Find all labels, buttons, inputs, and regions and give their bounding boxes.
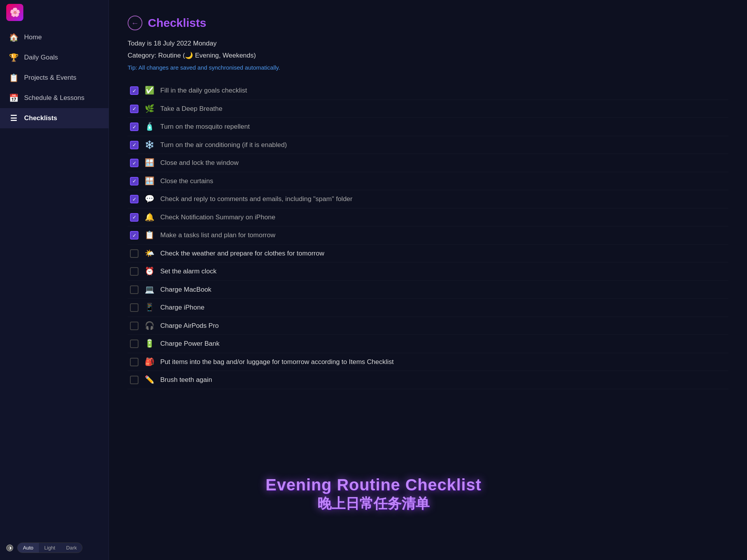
item-emoji-11: ⏰ [144, 266, 155, 276]
item-emoji-9: 📋 [144, 230, 155, 240]
checklist-item-8[interactable]: ✓ 🔔 Check Notification Summary on iPhone [128, 208, 728, 227]
item-text-14: Charge AirPods Pro [160, 321, 219, 331]
avatar: 🌸 [6, 4, 23, 21]
sidebar-item-projects[interactable]: 📋 Projects & Events [0, 68, 109, 88]
item-emoji-7: 💬 [144, 194, 155, 203]
sidebar-nav: 🏠 Home 🏆 Daily Goals 📋 Projects & Events… [0, 23, 109, 536]
back-button[interactable]: ← [128, 16, 142, 30]
checklist-item-12[interactable]: 💻 Charge MacBook [128, 281, 728, 299]
item-text-9: Make a tasks list and plan for tomorrow [160, 230, 275, 240]
checklist-item-7[interactable]: ✓ 💬 Check and reply to comments and emai… [128, 190, 728, 208]
checkbox-11[interactable] [130, 267, 139, 276]
checkbox-7[interactable]: ✓ [130, 195, 139, 203]
checkbox-16[interactable] [130, 358, 139, 366]
checkbox-3[interactable]: ✓ [130, 122, 139, 131]
checklist-item-4[interactable]: ✓ ❄️ Turn on the air conditioning (if it… [128, 136, 728, 154]
checkbox-9[interactable]: ✓ [130, 231, 139, 240]
checkbox-17[interactable] [130, 376, 139, 384]
item-text-5: Close and lock the window [160, 158, 238, 168]
sidebar-item-checklists[interactable]: ☰ Checklists [0, 108, 109, 128]
checkbox-2[interactable]: ✓ [130, 105, 139, 113]
item-emoji-12: 💻 [144, 285, 155, 294]
checklist-item-16[interactable]: 🎒 Put items into the bag and/or luggage … [128, 353, 728, 371]
schedule-nav-icon: 📅 [9, 93, 19, 103]
item-text-16: Put items into the bag and/or luggage fo… [160, 357, 394, 367]
checklist-item-15[interactable]: 🔋 Charge Power Bank [128, 335, 728, 353]
item-emoji-8: 🔔 [144, 212, 155, 222]
sidebar-item-label: Daily Goals [24, 54, 58, 61]
projects-nav-icon: 📋 [9, 73, 19, 82]
checkbox-1[interactable]: ✓ [130, 86, 139, 95]
page-header: ← Checklists [128, 16, 728, 30]
page-title: Checklists [148, 16, 206, 30]
checklist-item-14[interactable]: 🎧 Charge AirPods Pro [128, 317, 728, 335]
item-text-10: Check the weather and prepare for clothe… [160, 248, 324, 259]
item-emoji-13: 📱 [144, 303, 155, 312]
checklists-nav-icon: ☰ [9, 114, 19, 123]
checklist-item-9[interactable]: ✓ 📋 Make a tasks list and plan for tomor… [128, 226, 728, 245]
sidebar-item-label: Projects & Events [24, 74, 76, 82]
theme-toggle-icon[interactable]: ◑ [6, 544, 13, 551]
theme-option-light[interactable]: Light [39, 543, 61, 553]
item-emoji-14: 🎧 [144, 321, 155, 330]
item-emoji-3: 🧴 [144, 122, 155, 131]
sidebar-item-home[interactable]: 🏠 Home [0, 27, 109, 47]
theme-option-auto[interactable]: Auto [18, 543, 39, 553]
item-text-17: Brush teeth again [160, 375, 212, 385]
checklist-item-17[interactable]: ✏️ Brush teeth again [128, 371, 728, 389]
sidebar-item-label: Checklists [24, 114, 57, 122]
checkbox-8[interactable]: ✓ [130, 213, 139, 222]
checklist-item-3[interactable]: ✓ 🧴 Turn on the mosquito repellent [128, 118, 728, 136]
item-text-11: Set the alarm clock [160, 266, 217, 276]
checkbox-10[interactable] [130, 249, 139, 258]
sidebar-item-schedule[interactable]: 📅 Schedule & Lessons [0, 88, 109, 108]
checkbox-13[interactable] [130, 303, 139, 312]
date-line: Today is 18 July 2022 Monday [128, 40, 728, 47]
tip-line: Tip: All changes are saved and synchroni… [128, 64, 728, 71]
sidebar: 🌸 🏠 Home 🏆 Daily Goals 📋 Projects & Even… [0, 0, 109, 560]
sidebar-item-label: Schedule & Lessons [24, 94, 84, 102]
checkbox-14[interactable] [130, 322, 139, 330]
item-text-4: Turn on the air conditioning (if it is e… [160, 140, 287, 150]
item-text-1: Fill in the daily goals checklist [160, 86, 247, 96]
checkbox-12[interactable] [130, 285, 139, 294]
item-text-13: Charge iPhone [160, 303, 204, 313]
item-emoji-10: 🌤️ [144, 248, 155, 258]
sidebar-bottom: ◑ AutoLightDark [0, 536, 109, 560]
theme-option-dark[interactable]: Dark [61, 543, 82, 553]
checkbox-4[interactable]: ✓ [130, 141, 139, 149]
checklist-item-10[interactable]: 🌤️ Check the weather and prepare for clo… [128, 245, 728, 263]
main-content: ← Checklists Today is 18 July 2022 Monda… [109, 0, 747, 560]
daily-goals-nav-icon: 🏆 [9, 53, 19, 62]
checkbox-15[interactable] [130, 340, 139, 348]
item-text-3: Turn on the mosquito repellent [160, 122, 250, 132]
item-text-6: Close the curtains [160, 176, 213, 186]
checklist-item-6[interactable]: ✓ 🪟 Close the curtains [128, 172, 728, 191]
item-text-2: Take a Deep Breathe [160, 104, 223, 114]
item-emoji-2: 🌿 [144, 104, 155, 113]
theme-pill: AutoLightDark [17, 542, 82, 553]
checklist-item-5[interactable]: ✓ 🪟 Close and lock the window [128, 154, 728, 172]
checkbox-6[interactable]: ✓ [130, 177, 139, 186]
item-emoji-6: 🪟 [144, 176, 155, 186]
checklist-item-13[interactable]: 📱 Charge iPhone [128, 299, 728, 317]
home-nav-icon: 🏠 [9, 33, 19, 42]
category-line: Category: Routine (🌙 Evening, Weekends) [128, 51, 728, 60]
item-text-8: Check Notification Summary on iPhone [160, 212, 275, 222]
item-emoji-15: 🔋 [144, 339, 155, 348]
sidebar-item-label: Home [24, 33, 42, 41]
checklist-item-1[interactable]: ✓ ✅ Fill in the daily goals checklist [128, 82, 728, 100]
item-emoji-4: ❄️ [144, 140, 155, 149]
checklist: ✓ ✅ Fill in the daily goals checklist ✓ … [128, 82, 728, 389]
item-emoji-17: ✏️ [144, 375, 155, 384]
checklist-item-11[interactable]: ⏰ Set the alarm clock [128, 262, 728, 281]
item-emoji-1: ✅ [144, 86, 155, 95]
item-emoji-5: 🪟 [144, 158, 155, 167]
checklist-item-2[interactable]: ✓ 🌿 Take a Deep Breathe [128, 100, 728, 118]
item-text-7: Check and reply to comments and emails, … [160, 194, 352, 204]
sidebar-item-daily-goals[interactable]: 🏆 Daily Goals [0, 47, 109, 68]
checkbox-5[interactable]: ✓ [130, 159, 139, 167]
item-text-15: Charge Power Bank [160, 339, 219, 349]
item-text-12: Charge MacBook [160, 285, 211, 295]
item-emoji-16: 🎒 [144, 357, 155, 366]
